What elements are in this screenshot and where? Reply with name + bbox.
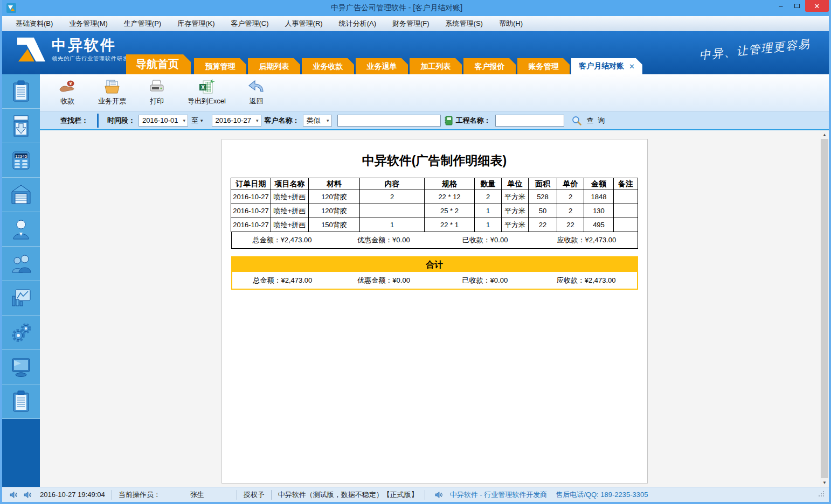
menu-item-8[interactable]: 财务管理(F)	[384, 16, 438, 31]
match-mode-select[interactable]: 类似▾	[303, 115, 332, 127]
search-bar-label: 查找栏：	[60, 116, 88, 125]
menu-item-6[interactable]: 人事管理(R)	[277, 16, 331, 31]
export-excel-button[interactable]: X 导出到Excel	[188, 79, 226, 106]
vertical-scrollbar[interactable]: ▲ ▼	[820, 130, 829, 487]
column-header: 面积	[529, 178, 557, 190]
status-datetime: 2016-10-27 19:49:04	[40, 491, 105, 499]
project-name-input[interactable]	[495, 115, 564, 127]
column-header: 单位	[502, 178, 529, 190]
customer-name-input[interactable]	[337, 115, 441, 127]
table-cell: 130	[584, 204, 614, 218]
scroll-down-icon[interactable]: ▼	[820, 478, 829, 487]
brand-logo-icon	[16, 36, 46, 64]
tab-7[interactable]: 账务管理	[517, 58, 570, 74]
tab-strip: 预算管理后期列表业务收款业务退单加工列表客户报价账务管理	[194, 58, 571, 74]
table-cell: 1	[475, 218, 502, 232]
sidebar-item-calculator[interactable]: 12345	[2, 143, 40, 178]
divider	[112, 490, 112, 500]
scroll-up-icon[interactable]: ▲	[820, 130, 829, 139]
notebook-icon	[444, 116, 453, 125]
chevron-down-icon: ▾	[256, 118, 259, 123]
sidebar-item-statistics[interactable]	[2, 281, 40, 316]
customer-lookup-button[interactable]	[444, 116, 453, 125]
resize-grip[interactable]	[818, 491, 825, 499]
sidebar-item-settings[interactable]	[2, 316, 40, 350]
gears-icon	[10, 321, 32, 345]
summary-receivable-amount: 应收款：¥2,473.00	[536, 276, 637, 285]
tab-1[interactable]: 预算管理	[194, 58, 246, 74]
export-excel-icon: X	[197, 79, 216, 94]
speaker-icon[interactable]	[10, 491, 17, 499]
report-table: 订单日期项目名称材料内容规格数量单位面积单价金额备注 2016-10-27喷绘+…	[231, 178, 638, 232]
back-arrow-icon	[247, 79, 266, 94]
sidebar-item-hr[interactable]	[2, 247, 40, 281]
sidebar-item-customer[interactable]	[2, 212, 40, 247]
back-button[interactable]: 返回	[247, 79, 266, 106]
speaker-icon[interactable]	[24, 491, 31, 499]
table-row: 2016-10-27喷绘+拼画150背胶122 * 11平方米2222495	[231, 218, 638, 232]
tab-3[interactable]: 业务收款	[302, 58, 354, 74]
maximize-button[interactable]	[789, 0, 805, 12]
tab-active-customer-monthly[interactable]: 客户月结对账 ✕	[571, 58, 642, 74]
print-button[interactable]: 打印	[148, 79, 166, 106]
calculator-icon: 12345	[10, 149, 32, 172]
menu-item-4[interactable]: 库存管理(K)	[169, 16, 223, 31]
tab-4[interactable]: 业务退单	[356, 58, 408, 74]
tool-label: 打印	[150, 96, 164, 106]
to-dropdown-icon[interactable]: ▾	[200, 118, 203, 123]
table-cell: 22 * 1	[425, 218, 475, 232]
column-header: 项目名称	[271, 178, 309, 190]
summary-block: 合计 总金额：¥2,473.00 优惠金额：¥0.00 已收款：¥0.00 应收…	[231, 256, 638, 290]
license-prefix: 授权予	[244, 490, 265, 500]
menu-item-10[interactable]: 帮助(H)	[491, 16, 531, 31]
table-cell: 495	[584, 218, 614, 232]
close-button[interactable]: ✕	[805, 0, 829, 12]
sidebar-item-system[interactable]	[2, 350, 40, 384]
tab-close-icon[interactable]: ✕	[629, 62, 635, 71]
tab-bar: 导航首页 预算管理后期列表业务收款业务退单加工列表客户报价账务管理 客户月结对账…	[126, 54, 642, 74]
menu-item-7[interactable]: 统计分析(A)	[331, 16, 384, 31]
tab-6[interactable]: 客户报价	[463, 58, 516, 74]
column-header: 备注	[614, 178, 638, 190]
tab-home[interactable]: 导航首页	[126, 54, 191, 74]
invoice-button[interactable]: 业务开票	[98, 79, 126, 106]
tab-5[interactable]: 加工列表	[410, 58, 462, 74]
table-cell: 528	[529, 190, 557, 204]
menu-item-9[interactable]: 系统管理(S)	[438, 16, 491, 31]
search-button[interactable]	[572, 116, 581, 125]
menu-item-3[interactable]: 生产管理(P)	[116, 16, 169, 31]
menu-item-5[interactable]: 客户管理(C)	[223, 16, 277, 31]
svg-text:¥: ¥	[69, 81, 72, 86]
sidebar-item-warehouse[interactable]	[2, 178, 40, 212]
date-to-select[interactable]: 2016-10-27▾	[212, 115, 261, 127]
menu-item-2[interactable]: 业务管理(M)	[61, 16, 116, 31]
sidebar-item-report[interactable]	[2, 384, 40, 419]
brand-name: 中异软件	[52, 37, 135, 53]
people-icon	[10, 252, 32, 276]
scrollbar-thumb[interactable]	[821, 139, 828, 478]
speaker-icon[interactable]	[435, 491, 442, 499]
project-label: 工程名称：	[456, 116, 491, 125]
summary-received-amount: 已收款：¥0.00	[434, 276, 536, 285]
sidebar-item-orders[interactable]	[2, 74, 40, 109]
tab-2[interactable]: 后期列表	[248, 58, 300, 74]
table-cell	[614, 204, 638, 218]
vendor-text: 中异软件 - 行业管理软件开发商	[450, 490, 548, 500]
sidebar-item-download[interactable]	[2, 109, 40, 143]
clipboard-icon	[10, 80, 32, 103]
table-cell: 120背胶	[309, 190, 360, 204]
title-bar: 中异广告公司管理软件 - [客户月结对账] – ✕	[2, 0, 829, 16]
minimize-button[interactable]: –	[773, 0, 789, 12]
table-cell: 2	[557, 204, 584, 218]
date-from-select[interactable]: 2016-10-01▾	[138, 115, 188, 127]
column-header: 订单日期	[231, 178, 271, 190]
table-cell: 1	[360, 218, 425, 232]
chart-icon	[10, 286, 32, 310]
report-totals-row: 总金额：¥2,473.00 优惠金额：¥0.00 已收款：¥0.00 应收款：¥…	[231, 232, 638, 249]
table-cell: 1	[475, 204, 502, 218]
tool-label: 收款	[60, 96, 74, 106]
search-button-label[interactable]: 查 询	[587, 116, 606, 125]
table-row: 2016-10-27喷绘+拼画120背胶222 * 122平方米52821848	[231, 190, 638, 204]
menu-item-1[interactable]: 基础资料(B)	[8, 16, 61, 31]
receive-payment-button[interactable]: ¥ 收款	[58, 79, 77, 106]
